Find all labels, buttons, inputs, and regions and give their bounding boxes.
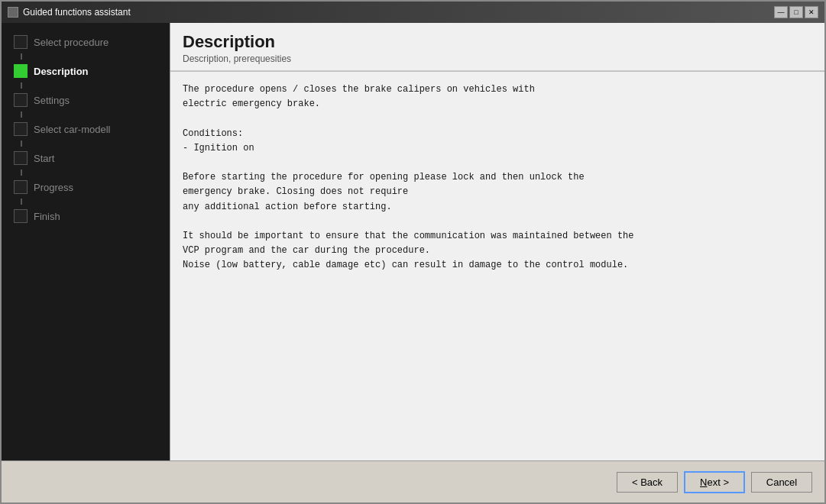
connector-2 bbox=[21, 82, 22, 89]
step-indicator-select-car-modell bbox=[14, 122, 28, 136]
sidebar-label-progress: Progress bbox=[34, 182, 73, 193]
panel-header: Description Description, prerequesities bbox=[170, 23, 824, 71]
title-bar-left: Guided functions assistant bbox=[8, 7, 131, 18]
app-window: Guided functions assistant — □ ✕ Select … bbox=[0, 0, 826, 504]
panel-title: Description bbox=[183, 32, 812, 52]
back-button[interactable]: < Back bbox=[617, 472, 678, 493]
connector-4 bbox=[21, 141, 22, 147]
connector-5 bbox=[21, 170, 22, 176]
sidebar-label-description: Description bbox=[34, 66, 89, 77]
sidebar-item-progress[interactable]: Progress bbox=[2, 176, 170, 199]
main-content: Select procedure Description Settings Se… bbox=[2, 23, 824, 460]
sidebar-item-settings[interactable]: Settings bbox=[2, 89, 170, 111]
sidebar-item-description[interactable]: Description bbox=[2, 60, 170, 82]
step-indicator-finish bbox=[14, 209, 28, 223]
step-indicator-select-procedure bbox=[14, 35, 28, 49]
sidebar-label-select-car-modell: Select car-modell bbox=[34, 124, 110, 135]
sidebar-item-select-procedure[interactable]: Select procedure bbox=[2, 31, 170, 53]
sidebar-label-start: Start bbox=[34, 153, 54, 164]
title-bar-controls: — □ ✕ bbox=[774, 6, 818, 18]
sidebar-item-finish[interactable]: Finish bbox=[2, 205, 170, 228]
right-panel: Description Description, prerequesities … bbox=[170, 23, 824, 460]
sidebar-label-finish: Finish bbox=[34, 211, 60, 222]
window-title: Guided functions assistant bbox=[23, 7, 131, 18]
step-indicator-settings bbox=[14, 93, 28, 107]
connector-1 bbox=[21, 53, 22, 60]
step-indicator-start bbox=[14, 151, 28, 165]
next-button[interactable]: Next > bbox=[684, 471, 745, 493]
sidebar: Select procedure Description Settings Se… bbox=[2, 23, 170, 460]
bottom-bar: < Back Next > Cancel bbox=[2, 460, 824, 502]
connector-6 bbox=[21, 199, 22, 205]
sidebar-label-settings: Settings bbox=[34, 95, 70, 106]
sidebar-item-start[interactable]: Start bbox=[2, 147, 170, 170]
sidebar-item-select-car-modell[interactable]: Select car-modell bbox=[2, 118, 170, 141]
maximize-button[interactable]: □ bbox=[789, 6, 803, 18]
close-button[interactable]: ✕ bbox=[805, 6, 818, 18]
next-button-label: N bbox=[700, 477, 707, 488]
cancel-button[interactable]: Cancel bbox=[751, 472, 812, 493]
description-text: The procedure opens / closes the brake c… bbox=[183, 82, 812, 273]
step-indicator-progress bbox=[14, 180, 28, 194]
minimize-button[interactable]: — bbox=[774, 6, 788, 18]
app-icon bbox=[8, 7, 18, 18]
step-indicator-description bbox=[14, 64, 28, 78]
next-label-rest: ext > bbox=[707, 477, 729, 488]
connector-3 bbox=[21, 111, 22, 118]
title-bar: Guided functions assistant — □ ✕ bbox=[2, 2, 824, 23]
sidebar-label-select-procedure: Select procedure bbox=[34, 37, 109, 48]
panel-subtitle: Description, prerequesities bbox=[183, 53, 812, 64]
panel-body: The procedure opens / closes the brake c… bbox=[170, 71, 824, 460]
